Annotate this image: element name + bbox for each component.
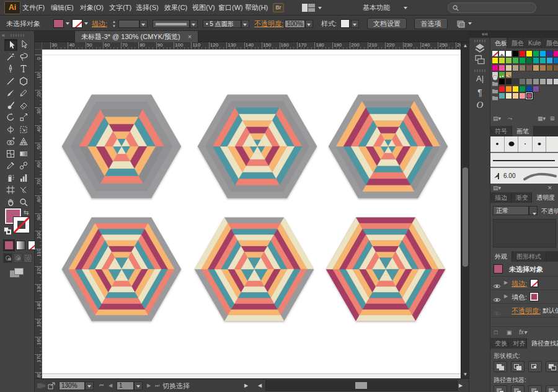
swatch-4-2[interactable] bbox=[498, 71, 505, 78]
menu-8[interactable]: 窗口(W) bbox=[218, 0, 243, 16]
brush-dot-2[interactable] bbox=[505, 136, 519, 152]
hexagon-4[interactable] bbox=[62, 218, 181, 321]
draw-behind-button[interactable] bbox=[13, 253, 22, 263]
lasso-tool[interactable] bbox=[17, 51, 30, 63]
pathfinder-merge-button[interactable] bbox=[528, 385, 542, 392]
swatch-7-2[interactable] bbox=[498, 92, 505, 99]
swatch-7-5[interactable] bbox=[519, 92, 526, 99]
tab-close-icon[interactable]: × bbox=[188, 31, 192, 42]
app-logo[interactable]: Ai bbox=[4, 1, 20, 14]
gradient-button[interactable] bbox=[16, 241, 25, 250]
tools-collapse-icon[interactable]: « bbox=[2, 32, 5, 38]
artboard-caret[interactable] bbox=[134, 381, 143, 390]
eraser-tool[interactable] bbox=[17, 100, 30, 112]
stroke-caret-icon[interactable] bbox=[84, 22, 88, 25]
line-segment-tool[interactable] bbox=[4, 76, 17, 87]
dock-collapse-icon[interactable]: «« bbox=[482, 32, 488, 37]
swatch-3-10[interactable] bbox=[553, 65, 558, 71]
appearance-stroke-row[interactable]: ▶描边: bbox=[490, 277, 558, 290]
shape-mode-unite-button[interactable] bbox=[494, 361, 507, 372]
rotate-tool[interactable] bbox=[4, 112, 17, 123]
workspace-caret-icon[interactable] bbox=[404, 7, 407, 9]
hscroll-left-icon[interactable]: ◀ bbox=[258, 381, 262, 390]
strip-grip[interactable] bbox=[474, 40, 485, 42]
hexagon-2[interactable] bbox=[198, 95, 317, 198]
pathfinder-tab-路径查找器[interactable]: 路径查找器 bbox=[527, 338, 558, 349]
remove-brush-icon[interactable]: ✕ bbox=[547, 185, 552, 191]
type-tool[interactable] bbox=[17, 63, 30, 75]
hexagon-1[interactable] bbox=[62, 95, 181, 198]
swatches-tab-颜色[interactable]: 颜色 bbox=[507, 38, 524, 48]
artboard-number-field[interactable]: 1 bbox=[117, 381, 134, 390]
stroke-color-chip[interactable] bbox=[72, 19, 82, 28]
brush-calligraphic[interactable]: 6.00 bbox=[490, 167, 558, 184]
panel-options-caret-icon[interactable] bbox=[468, 22, 472, 25]
bridge-icon[interactable]: Br bbox=[273, 3, 284, 12]
strip-grip-2[interactable] bbox=[474, 69, 485, 72]
character-panel-icon[interactable]: A| bbox=[473, 74, 487, 84]
swatches-tab-Kuler[interactable]: Kuler bbox=[524, 38, 542, 48]
brush-line[interactable] bbox=[490, 153, 558, 167]
swatch-1-1[interactable] bbox=[492, 50, 498, 57]
swatch-3-1[interactable] bbox=[492, 65, 498, 71]
first-artboard-icon[interactable]: ⏮ bbox=[99, 381, 104, 390]
vertical-scrollbar[interactable]: ▲ ▼ bbox=[461, 42, 469, 378]
brush-dot-1[interactable] bbox=[490, 136, 505, 152]
style-chip[interactable] bbox=[340, 19, 350, 28]
vertical-ruler[interactable]: 0102030405060708090100110120130140150160… bbox=[35, 50, 42, 378]
ruler-corner[interactable] bbox=[35, 42, 42, 50]
swatch-1-3[interactable] bbox=[505, 50, 512, 57]
zoom-caret[interactable] bbox=[85, 381, 94, 390]
swatch-5-10[interactable] bbox=[553, 78, 558, 85]
swatch-5-7[interactable] bbox=[533, 78, 539, 85]
tools-grip[interactable] bbox=[11, 34, 24, 37]
status-expand-icon[interactable]: ▶ bbox=[244, 381, 248, 390]
screen-mode-icon[interactable] bbox=[10, 268, 25, 279]
swatch-2-1[interactable] bbox=[492, 57, 498, 64]
swatch-4-1[interactable] bbox=[492, 71, 498, 78]
brush-caret[interactable] bbox=[241, 20, 249, 28]
swatch-group-folder-icon[interactable] bbox=[492, 92, 498, 99]
swatch-3-4[interactable] bbox=[512, 65, 519, 71]
pen-tool[interactable] bbox=[4, 63, 17, 75]
visibility-eye-icon[interactable] bbox=[493, 308, 501, 319]
arrange-documents-caret-icon[interactable] bbox=[318, 7, 322, 9]
swatch-1-5[interactable] bbox=[519, 50, 526, 57]
expand-arrow-icon[interactable]: ▶ bbox=[504, 280, 508, 285]
status-icon-1[interactable] bbox=[37, 383, 46, 390]
horizontal-scroll-thumb[interactable] bbox=[355, 382, 367, 389]
swatch-4-3[interactable] bbox=[505, 71, 512, 78]
brushes-tab-符号[interactable]: 符号 bbox=[490, 126, 512, 136]
pathfinder-tab-对齐[interactable]: 对齐 bbox=[508, 338, 526, 349]
appearance-opacity-row[interactable]: 不透明度:默认值 bbox=[490, 304, 558, 318]
perspective-grid-tool[interactable] bbox=[17, 136, 30, 148]
transparency-tab-渐变[interactable]: 渐变 bbox=[512, 192, 533, 203]
new-stroke-icon[interactable]: □ bbox=[494, 329, 497, 336]
menu-2[interactable]: 编辑(E) bbox=[51, 0, 74, 16]
transparency-tab-描边[interactable]: 描边 bbox=[490, 192, 512, 203]
swatch-2-7[interactable] bbox=[533, 57, 539, 64]
swatch-3-2[interactable] bbox=[498, 65, 505, 71]
layers-panel-icon[interactable] bbox=[473, 43, 487, 53]
swap-fill-stroke-icon[interactable]: ⇆ bbox=[24, 209, 31, 216]
zoom-field[interactable]: 130% bbox=[59, 381, 85, 390]
swatch-7-4[interactable] bbox=[512, 92, 519, 99]
hand-tool[interactable] bbox=[4, 197, 17, 208]
brushes-tab-画笔[interactable]: 画笔 bbox=[512, 126, 534, 136]
pathfinder-crop-button[interactable] bbox=[546, 385, 558, 392]
draw-inside-button[interactable] bbox=[23, 253, 32, 263]
hexagon-5[interactable] bbox=[195, 218, 314, 321]
swatch-group-folder-icon[interactable] bbox=[492, 86, 498, 92]
swatch-6-3[interactable] bbox=[505, 86, 512, 92]
swatch-3-3[interactable] bbox=[505, 65, 512, 71]
horizontal-ruler[interactable]: 3040506070809010011012013014015016017018… bbox=[42, 42, 461, 50]
swatch-6-6[interactable] bbox=[526, 86, 533, 92]
default-fill-stroke-icon[interactable] bbox=[4, 227, 11, 234]
swatch-2-9[interactable] bbox=[546, 57, 553, 64]
paragraph-panel-icon[interactable]: ¶ bbox=[473, 87, 487, 98]
shape-mode-intersect-button[interactable] bbox=[528, 361, 542, 372]
panel-options-icon[interactable] bbox=[457, 20, 466, 28]
document-tab[interactable]: 未标题-3* @ 130% (CMYK/预览) × bbox=[74, 31, 198, 42]
swatch-5-9[interactable] bbox=[546, 78, 553, 85]
swatch-6-2[interactable] bbox=[498, 86, 505, 92]
